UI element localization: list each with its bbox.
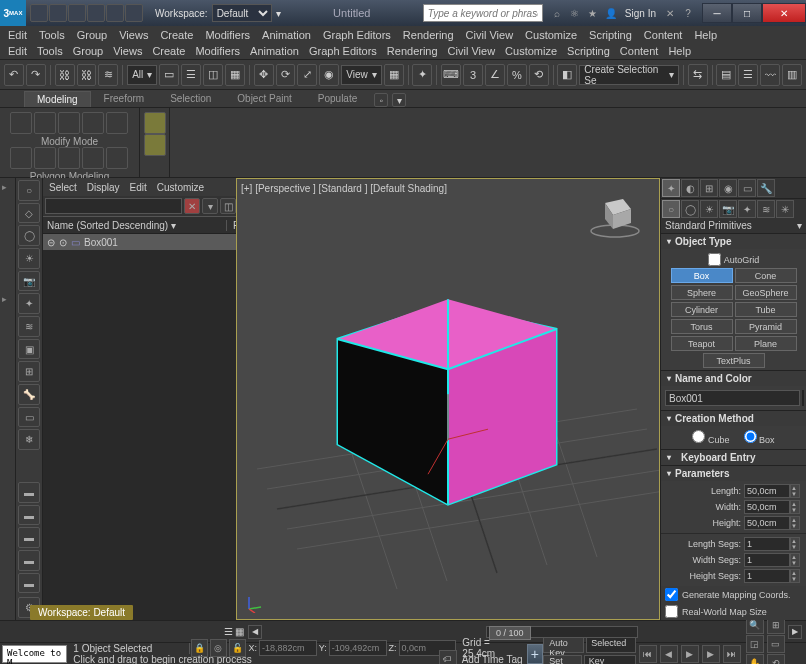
menu2-edit[interactable]: Edit bbox=[8, 45, 27, 57]
se-geometry-icon[interactable]: ◇ bbox=[18, 203, 40, 224]
ribbon-tab-populate[interactable]: Populate bbox=[305, 90, 370, 107]
type-tube-button[interactable]: Tube bbox=[735, 302, 797, 317]
snap-toggle-icon[interactable]: 3 bbox=[463, 64, 483, 86]
param-input[interactable] bbox=[744, 537, 790, 551]
se-frozen-icon[interactable]: ❄ bbox=[18, 429, 40, 450]
ribbon-tab-object-paint[interactable]: Object Paint bbox=[224, 90, 304, 107]
qat-save-icon[interactable] bbox=[68, 4, 86, 22]
layer-stack-icon[interactable]: ☰ bbox=[224, 626, 233, 637]
se-menu-display[interactable]: Display bbox=[87, 182, 120, 193]
user-icon[interactable]: 👤 bbox=[603, 5, 619, 21]
utilities-tab-icon[interactable]: 🔧 bbox=[757, 179, 775, 197]
set-key-button[interactable]: + bbox=[527, 644, 544, 664]
object-box001[interactable] bbox=[298, 274, 598, 534]
se-sort-icon[interactable]: ▬ bbox=[18, 482, 40, 503]
select-region-icon[interactable]: ◫ bbox=[203, 64, 223, 86]
type-torus-button[interactable]: Torus bbox=[671, 319, 733, 334]
se-spacewarps-icon[interactable]: ≋ bbox=[18, 316, 40, 337]
undo-icon[interactable]: ↶ bbox=[4, 64, 24, 86]
pan-icon[interactable]: ✋ bbox=[746, 654, 764, 664]
ribbon-expand-icon[interactable] bbox=[144, 112, 166, 134]
rollout-header[interactable]: Name and Color bbox=[661, 371, 806, 386]
rotate-icon[interactable]: ⟳ bbox=[276, 64, 296, 86]
timeslider-prev-icon[interactable]: ◀ bbox=[248, 625, 262, 639]
menu2-rendering[interactable]: Rendering bbox=[387, 45, 438, 57]
real-world-checkbox[interactable] bbox=[665, 605, 678, 618]
type-pyramid-button[interactable]: Pyramid bbox=[735, 319, 797, 334]
display-tab-icon[interactable]: ▭ bbox=[738, 179, 756, 197]
orbit-icon[interactable]: ⟲ bbox=[767, 654, 785, 664]
link-icon[interactable]: ⛓ bbox=[55, 64, 75, 86]
param-input[interactable] bbox=[744, 516, 790, 530]
signin-link[interactable]: Sign In bbox=[621, 8, 660, 19]
menu-content[interactable]: Content bbox=[644, 29, 683, 41]
timetag-icon[interactable]: 🏷 bbox=[439, 650, 457, 664]
minimize-button[interactable]: ─ bbox=[702, 3, 732, 23]
type-teapot-button[interactable]: Teapot bbox=[671, 336, 733, 351]
filter-selection-icon[interactable]: ▾ bbox=[202, 198, 218, 214]
category-dropdown[interactable]: Standard Primitives▾ bbox=[661, 218, 806, 233]
ribbon-tab-freeform[interactable]: Freeform bbox=[91, 90, 158, 107]
se-menu-customize[interactable]: Customize bbox=[157, 182, 204, 193]
keyboard-shortcut-icon[interactable]: ⌨ bbox=[441, 64, 461, 86]
workspace-dropdown[interactable]: Default bbox=[212, 4, 272, 22]
menu2-views[interactable]: Views bbox=[113, 45, 142, 57]
menu-scripting[interactable]: Scripting bbox=[589, 29, 632, 41]
menu-views[interactable]: Views bbox=[119, 29, 148, 41]
bind-spacewarp-icon[interactable]: ≋ bbox=[98, 64, 118, 86]
qat-new-icon[interactable] bbox=[30, 4, 48, 22]
setkey-button[interactable]: Set Key bbox=[543, 655, 582, 665]
zoom-extents-icon[interactable]: ◲ bbox=[746, 635, 764, 653]
place-icon[interactable]: ◉ bbox=[319, 64, 339, 86]
edit-selection-set-icon[interactable]: ◧ bbox=[557, 64, 577, 86]
menu-modifiers[interactable]: Modifiers bbox=[205, 29, 250, 41]
se-display-all-icon[interactable]: ○ bbox=[18, 180, 40, 201]
param-input[interactable] bbox=[744, 569, 790, 583]
se-groups-icon[interactable]: ▣ bbox=[18, 339, 40, 360]
menu2-create[interactable]: Create bbox=[152, 45, 185, 57]
menu-graph-editors[interactable]: Graph Editors bbox=[323, 29, 391, 41]
modify-btn2-icon[interactable] bbox=[34, 147, 56, 169]
se-freeze-icon[interactable]: ▬ bbox=[18, 550, 40, 571]
workspace-indicator[interactable]: Workspace: Default bbox=[30, 605, 133, 620]
dock-toggle2-icon[interactable]: ▸ bbox=[2, 294, 14, 306]
spinner-snap-icon[interactable]: ⟲ bbox=[529, 64, 549, 86]
param-input[interactable] bbox=[744, 553, 790, 567]
poly-element-icon[interactable] bbox=[106, 112, 128, 134]
filter-opt1-icon[interactable]: ◫ bbox=[220, 198, 236, 214]
mirror-icon[interactable]: ⇆ bbox=[688, 64, 708, 86]
menu-tools[interactable]: Tools bbox=[39, 29, 65, 41]
poly-polygon-icon[interactable] bbox=[82, 112, 104, 134]
redo-icon[interactable]: ↷ bbox=[26, 64, 46, 86]
favorites-icon[interactable]: ★ bbox=[585, 5, 601, 21]
se-hide-icon[interactable]: ▬ bbox=[18, 527, 40, 548]
type-sphere-button[interactable]: Sphere bbox=[671, 285, 733, 300]
menu2-customize[interactable]: Customize bbox=[505, 45, 557, 57]
gen-mapping-checkbox[interactable] bbox=[665, 588, 678, 601]
menu-create[interactable]: Create bbox=[160, 29, 193, 41]
scene-filter-input[interactable] bbox=[45, 198, 182, 214]
hierarchy-tab-icon[interactable]: ⊞ bbox=[700, 179, 718, 197]
spinner-buttons[interactable]: ▲▼ bbox=[790, 553, 800, 567]
select-manipulate-icon[interactable]: ✦ bbox=[412, 64, 432, 86]
layer-config-icon[interactable]: ▦ bbox=[235, 626, 244, 637]
type-cylinder-button[interactable]: Cylinder bbox=[671, 302, 733, 317]
angle-snap-icon[interactable]: ∠ bbox=[485, 64, 505, 86]
rollout-header[interactable]: Object Type bbox=[661, 234, 806, 249]
use-pivot-icon[interactable]: ▦ bbox=[384, 64, 404, 86]
motion-tab-icon[interactable]: ◉ bbox=[719, 179, 737, 197]
modify-btn3-icon[interactable] bbox=[58, 147, 80, 169]
modify-btn5-icon[interactable] bbox=[106, 147, 128, 169]
rollout-header[interactable]: Keyboard Entry bbox=[661, 450, 806, 465]
menu-group[interactable]: Group bbox=[77, 29, 108, 41]
move-icon[interactable]: ✥ bbox=[254, 64, 274, 86]
maxscript-listener[interactable]: Welcome to M bbox=[2, 645, 67, 663]
select-object-icon[interactable]: ▭ bbox=[159, 64, 179, 86]
search-input[interactable] bbox=[423, 4, 543, 22]
ribbon-tab-modeling[interactable]: Modeling bbox=[24, 91, 91, 107]
type-textplus-button[interactable]: TextPlus bbox=[703, 353, 765, 368]
keymode-dropdown[interactable]: Selected bbox=[586, 637, 636, 653]
keyfilters-button[interactable]: Key Filters... bbox=[584, 655, 636, 665]
select-by-name-icon[interactable]: ☰ bbox=[181, 64, 201, 86]
menu-edit[interactable]: Edit bbox=[8, 29, 27, 41]
